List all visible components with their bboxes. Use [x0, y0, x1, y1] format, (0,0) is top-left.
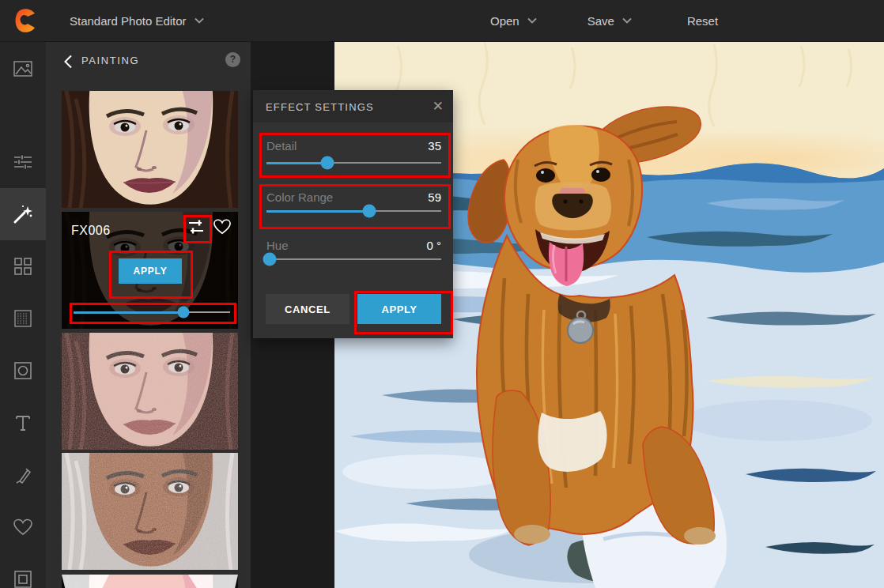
magic-wand-icon — [12, 203, 34, 225]
photo-editor-app: Standard Photo Editor Open Save Reset — [0, 0, 884, 588]
cancel-button[interactable]: CANCEL — [266, 294, 349, 324]
detail-value: 35 — [428, 139, 441, 153]
sidebar-item-favorites[interactable] — [0, 501, 46, 553]
chevron-down-icon — [622, 17, 632, 24]
panel-title: PAINTING — [81, 55, 139, 66]
heart-icon — [13, 518, 33, 537]
image-icon — [13, 58, 33, 79]
effect-card-fx006[interactable]: FX006 APPLY — [62, 212, 238, 329]
sidebar-item-categories[interactable] — [0, 240, 46, 292]
apply-button[interactable]: APPLY — [357, 294, 441, 324]
sidebar-item-frames[interactable] — [0, 553, 46, 588]
color-range-row: Color Range 59 — [266, 190, 441, 204]
help-icon[interactable]: ? — [225, 52, 240, 67]
chevron-left-icon[interactable] — [63, 55, 73, 69]
app-title-label: Standard Photo Editor — [70, 14, 187, 28]
texture-icon — [13, 309, 32, 328]
slider-knob[interactable] — [321, 156, 334, 170]
slider-knob[interactable] — [263, 253, 277, 266]
tool-sidebar — [0, 41, 46, 588]
text-icon — [13, 413, 32, 432]
chevron-down-icon — [195, 17, 204, 24]
card-apply-button[interactable]: APPLY — [119, 258, 182, 284]
app-logo-icon[interactable] — [14, 7, 38, 34]
favorite-heart-icon[interactable] — [213, 218, 232, 236]
sidebar-item-text[interactable] — [0, 397, 46, 449]
top-menu: Open Save Reset — [490, 0, 756, 41]
hue-label: Hue — [266, 239, 289, 252]
effect-settings-dialog: EFFECT SETTINGS ✕ Detail 35 Color Range … — [253, 90, 453, 338]
sidebar-item-textures[interactable] — [0, 292, 46, 345]
slider-fill — [266, 210, 369, 213]
draw-icon — [13, 466, 32, 484]
sidebar-item-draw[interactable] — [0, 449, 46, 501]
effects-panel: PAINTING ? FX006 APPLY — [46, 41, 251, 588]
vignette-icon — [13, 361, 32, 380]
effect-preview-comic — [62, 575, 238, 588]
open-label: Open — [490, 14, 519, 28]
frame-icon — [13, 570, 32, 588]
color-range-value: 59 — [428, 190, 441, 204]
effect-settings-icon[interactable] — [187, 218, 205, 236]
sidebar-item-effects[interactable] — [0, 188, 46, 240]
effect-intensity-slider[interactable] — [74, 306, 230, 318]
save-menu[interactable]: Save — [587, 14, 632, 28]
chevron-down-icon — [527, 17, 537, 24]
effect-preview-emboss — [62, 453, 238, 570]
effect-preview-painting — [62, 91, 238, 208]
effect-name-label: FX006 — [71, 224, 111, 238]
sidebar-item-overlays[interactable] — [0, 345, 46, 397]
dialog-title: EFFECT SETTINGS — [266, 101, 374, 113]
reset-button[interactable]: Reset — [687, 14, 718, 28]
top-bar: Standard Photo Editor Open Save Reset — [0, 0, 884, 42]
color-range-slider[interactable] — [266, 205, 441, 217]
detail-slider[interactable] — [266, 156, 441, 169]
grid-icon — [13, 257, 32, 276]
detail-label: Detail — [266, 139, 297, 153]
slider-track — [266, 258, 441, 260]
hue-slider[interactable] — [266, 253, 441, 266]
hue-row: Hue 0 ° — [266, 239, 441, 252]
close-icon[interactable]: ✕ — [433, 98, 444, 115]
slider-fill — [266, 162, 327, 164]
hue-value: 0 ° — [426, 239, 441, 252]
open-menu[interactable]: Open — [490, 14, 537, 28]
app-menu[interactable]: Standard Photo Editor — [70, 0, 204, 41]
slider-fill — [74, 311, 183, 314]
effect-thumbnail[interactable] — [62, 575, 238, 588]
effect-thumbnail[interactable] — [62, 333, 238, 450]
slider-knob[interactable] — [363, 205, 376, 218]
color-range-label: Color Range — [266, 190, 333, 204]
effect-thumbnail[interactable] — [62, 91, 238, 208]
sidebar-item-adjust[interactable] — [0, 136, 46, 188]
adjustments-icon — [13, 152, 33, 172]
slider-knob[interactable] — [177, 307, 189, 318]
dialog-header: EFFECT SETTINGS ✕ — [253, 90, 453, 122]
effect-preview-pointillism — [62, 333, 238, 450]
effect-thumbnail[interactable] — [62, 453, 238, 570]
panel-header: PAINTING ? — [46, 41, 251, 87]
sidebar-item-photo[interactable] — [0, 43, 46, 95]
reset-label: Reset — [687, 14, 718, 28]
detail-row: Detail 35 — [266, 139, 441, 153]
save-label: Save — [587, 14, 614, 28]
